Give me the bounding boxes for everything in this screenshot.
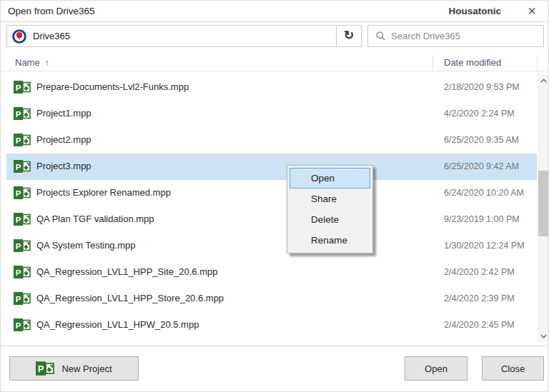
context-menu-item[interactable]: Delete: [290, 209, 370, 230]
column-header-date-modified[interactable]: Date modified: [444, 57, 501, 68]
project-file-icon: P: [14, 291, 31, 306]
new-project-icon: P: [36, 361, 54, 376]
title-bar: Open from Drive365 Housatonic ×: [1, 1, 548, 22]
svg-text:P: P: [16, 242, 21, 251]
column-headers: Name↑ Date modified: [1, 55, 548, 71]
context-menu-item[interactable]: Share: [290, 189, 370, 209]
file-row[interactable]: P Projects Explorer Renamed.mpp 6/24/202…: [6, 180, 537, 206]
search-input[interactable]: [391, 26, 538, 46]
close-button[interactable]: Close: [482, 356, 544, 381]
svg-text:P: P: [16, 136, 21, 145]
file-date: 6/24/2020 10:20 AM: [444, 188, 524, 198]
file-row[interactable]: P QA Plan TGF validation.mpp 9/23/2019 1…: [6, 206, 537, 233]
context-menu: Open Share Delete Rename: [287, 165, 373, 253]
file-date: 2/4/2020 2:39 PM: [444, 293, 515, 303]
search-icon: [376, 31, 385, 41]
scrollbar-thumb[interactable]: [538, 171, 548, 236]
file-name: QA Plan TGF validation.mpp: [36, 213, 154, 224]
file-row[interactable]: P Project3.mpp 6/25/2020 9:42 AM: [6, 154, 537, 180]
file-date: 6/25/2020 9:35 AM: [444, 135, 519, 145]
project-file-icon: P: [14, 318, 31, 332]
file-row[interactable]: P Prepare-Documents-Lvl2-Funks.mpp 2/18/…: [6, 74, 537, 101]
open-button[interactable]: Open: [405, 356, 468, 381]
column-divider: [432, 55, 433, 71]
column-header-name[interactable]: Name↑: [15, 57, 49, 68]
scroll-down-icon[interactable]: [538, 330, 549, 342]
file-date: 9/23/2019 1:00 PM: [444, 214, 520, 224]
svg-text:P: P: [16, 110, 21, 119]
file-row[interactable]: P QA System Testing.mpp 1/30/2020 12:24 …: [6, 233, 537, 259]
project-file-icon: P: [14, 212, 31, 226]
svg-text:P: P: [38, 364, 44, 374]
project-file-icon: P: [14, 80, 31, 94]
scroll-up-icon[interactable]: [538, 74, 549, 86]
location-value: Drive365: [33, 31, 70, 41]
project-file-icon: P: [14, 186, 31, 200]
svg-text:P: P: [16, 216, 21, 224]
file-row[interactable]: P QA_Regression_LVL1_HPP_Store_20.6.mpp …: [6, 286, 537, 312]
brand-name: Housatonic: [448, 6, 501, 16]
svg-text:P: P: [16, 189, 21, 198]
file-name: QA System Testing.mpp: [36, 240, 136, 251]
file-name: QA_Regression_LVL1_HPP_Store_20.6.mpp: [36, 293, 224, 303]
drive365-logo-icon: [12, 29, 26, 44]
scrollbar[interactable]: [538, 74, 549, 342]
file-date: 2/18/2020 9:53 PM: [444, 82, 520, 92]
project-file-icon: P: [14, 106, 31, 121]
file-date: 6/25/2020 9:42 AM: [444, 161, 519, 171]
footer-divider: [1, 346, 548, 346]
column-divider-right: [537, 55, 538, 71]
sort-ascending-icon: ↑: [45, 58, 49, 68]
open-from-drive365-dialog: Open from Drive365 Housatonic × Drive365…: [0, 0, 549, 392]
file-row[interactable]: P Project1.mpp 4/2/2020 2:24 PM: [6, 101, 537, 127]
refresh-icon[interactable]: ↻: [336, 26, 361, 46]
file-name: QA_Regression_LVL1_HPP_Site_20.6.mpp: [36, 266, 217, 277]
svg-text:P: P: [16, 163, 21, 171]
svg-text:P: P: [16, 295, 21, 303]
file-row[interactable]: P Project2.mpp 6/25/2020 9:35 AM: [6, 127, 537, 154]
project-file-icon: P: [14, 238, 31, 253]
file-row[interactable]: P QA_Regression_LVL1_HPW_20.5.mpp 2/4/20…: [6, 312, 537, 338]
file-name: Project2.mpp: [36, 134, 92, 145]
file-name: QA_Regression_LVL1_HPW_20.5.mpp: [36, 319, 199, 330]
file-name: Prepare-Documents-Lvl2-Funks.mpp: [36, 81, 189, 92]
close-icon[interactable]: ×: [521, 1, 543, 22]
file-name: Projects Explorer Renamed.mpp: [36, 187, 171, 198]
file-date: 1/30/2020 12:24 PM: [444, 241, 525, 251]
project-file-icon: P: [36, 361, 54, 376]
svg-text:P: P: [16, 84, 21, 92]
file-list: P Prepare-Documents-Lvl2-Funks.mpp 2/18/…: [6, 74, 537, 338]
file-date: 2/4/2020 2:45 PM: [444, 320, 515, 330]
file-date: 2/4/2020 2:42 PM: [444, 267, 515, 277]
location-field[interactable]: Drive365 ↻: [6, 25, 362, 47]
search-box: [367, 25, 544, 47]
project-file-icon: P: [14, 133, 31, 147]
dialog-title: Open from Drive365: [8, 6, 95, 16]
context-menu-item[interactable]: Open: [290, 168, 370, 189]
svg-text:P: P: [16, 268, 21, 277]
file-date: 4/2/2020 2:24 PM: [444, 109, 515, 119]
new-project-button[interactable]: P New Project: [9, 356, 139, 381]
context-menu-item[interactable]: Rename: [290, 230, 370, 251]
project-file-icon: P: [14, 159, 31, 174]
file-name: Project1.mpp: [36, 108, 92, 119]
file-row[interactable]: P QA_Regression_LVL1_HPP_Site_20.6.mpp 2…: [6, 259, 537, 286]
svg-text:P: P: [16, 321, 21, 330]
file-name: Project3.mpp: [36, 161, 92, 171]
project-file-icon: P: [14, 265, 31, 279]
